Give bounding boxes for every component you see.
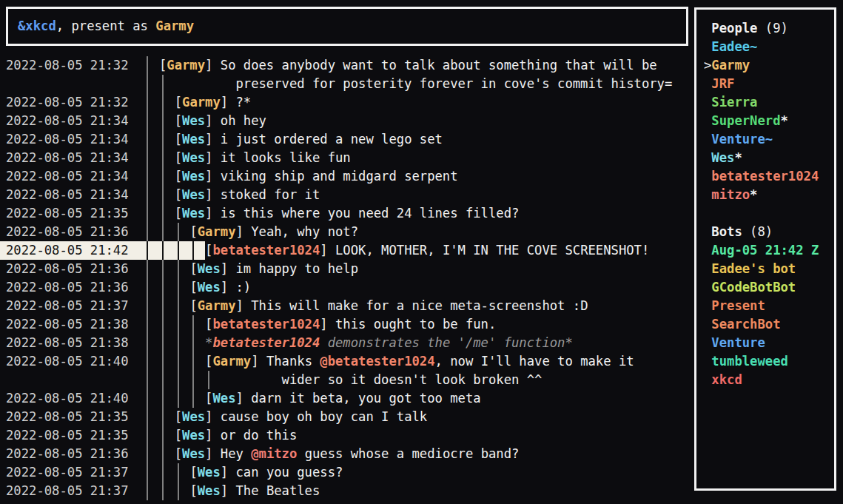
message-text: ] [221, 483, 236, 498]
thread-line [159, 297, 175, 315]
message-text: [ [189, 465, 197, 480]
chat-message-row[interactable]: 2022-08-05 21:36 [Wes] im happy to help [6, 260, 672, 278]
bots-name: Eadee's bot [711, 261, 796, 276]
bots-list-item[interactable]: xkcd [704, 371, 834, 389]
bots-list-item[interactable]: SearchBot [704, 315, 834, 334]
message-text: ] [205, 446, 221, 461]
message-text: [ [189, 261, 197, 276]
message-text: ] [221, 95, 236, 110]
chat-message-row[interactable]: 2022-08-05 21:32 [Garmy] ?* [6, 93, 672, 112]
message-text: [ [189, 298, 197, 313]
chat-message-row[interactable]: 2022-08-05 21:36 [Garmy] Yeah, why not? [6, 223, 672, 241]
people-list-item[interactable]: Eadee~ [704, 38, 834, 56]
chat-message-row[interactable]: 2022-08-05 21:37 [Wes] The Beatles [6, 482, 672, 500]
chat-message-row[interactable]: 2022-08-05 21:37 [Wes] can you guess? [6, 463, 672, 482]
thread-line [175, 297, 190, 315]
chat-message-row[interactable]: 2022-08-05 21:36 [Wes] :) [6, 278, 672, 297]
message-text: [ [205, 317, 212, 332]
bots-list-item[interactable]: tumbleweed [704, 352, 834, 371]
thread-line [175, 241, 190, 260]
people-list-item[interactable]: betatester1024 [704, 167, 834, 186]
people-list-item[interactable]: Sierra [704, 93, 834, 112]
chat-message-continuation[interactable]: preserved for posterity forever in cove'… [6, 75, 672, 93]
marker-spacer [704, 76, 711, 91]
bots-name: Venture [711, 335, 765, 350]
thread-line [144, 278, 159, 297]
message-text: cause boy oh boy can I talk [221, 409, 427, 424]
thread-line [159, 130, 175, 149]
message-text: can you guess? [235, 465, 343, 480]
bots-list-item[interactable]: Venture [704, 334, 834, 352]
chat-message-row-selected[interactable]: 2022-08-05 21:42 [betatester1024] LOOK, … [6, 241, 672, 260]
nick-text: Wes [182, 409, 205, 424]
thread-line [159, 371, 175, 389]
timestamp: 2022-08-05 21:34 [6, 113, 144, 128]
people-name: betatester1024 [711, 169, 819, 184]
people-name: Sierra [711, 95, 757, 110]
chat-message-row[interactable]: 2022-08-05 21:32 [Garmy] So does anybody… [6, 56, 672, 75]
thread-line [144, 223, 159, 241]
chat-message-row[interactable]: 2022-08-05 21:40 [Garmy] Thanks @betates… [6, 352, 672, 371]
bots-list-item[interactable]: Eadee's bot [704, 260, 834, 278]
bots-list-title: Bots (8) [704, 223, 834, 241]
nick-text: Wes [182, 169, 205, 184]
chat-message-row[interactable]: 2022-08-05 21:35 [Wes] or do this [6, 426, 672, 445]
chat-message-row[interactable]: 2022-08-05 21:34 [Wes] it looks like fun [6, 149, 672, 167]
nick-text: Garmy [182, 95, 221, 110]
message-text: ] [205, 428, 221, 443]
timestamp: 2022-08-05 21:34 [6, 187, 144, 202]
chat-message-row[interactable]: 2022-08-05 21:34 [Wes] stoked for it [6, 186, 672, 204]
message-text: demonstrates the '/me' function* [320, 335, 572, 350]
nick-text: betatester1024 [212, 335, 320, 350]
chat-message-row[interactable]: 2022-08-05 21:38 *betatester1024 demonst… [6, 334, 672, 352]
timestamp: 2022-08-05 21:37 [6, 465, 144, 480]
marker-spacer [704, 354, 711, 369]
timestamp: 2022-08-05 21:37 [6, 483, 144, 498]
chat-message-row[interactable]: 2022-08-05 21:40 [Wes] darn it beta, you… [6, 389, 672, 408]
chat-message-row[interactable]: 2022-08-05 21:34 [Wes] viking ship and m… [6, 167, 672, 186]
timestamp: 2022-08-05 21:35 [6, 428, 144, 443]
people-title-text: People [711, 21, 757, 36]
thread-line [159, 75, 175, 93]
people-list-item[interactable]: mitzo* [704, 186, 834, 204]
thread-line [175, 334, 190, 352]
bots-list-item[interactable]: Aug-05 21:42 Z [704, 241, 834, 260]
thread-line [159, 112, 175, 130]
nick-text: @betatester1024 [320, 354, 434, 369]
message-text: [ [175, 446, 182, 461]
chat-message-row[interactable]: 2022-08-05 21:34 [Wes] i just ordered a … [6, 130, 672, 149]
thread-line [175, 352, 190, 371]
thread-line [144, 167, 159, 186]
chat-message-row[interactable]: 2022-08-05 21:34 [Wes] oh hey [6, 112, 672, 130]
timestamp: 2022-08-05 21:37 [6, 298, 144, 313]
chat-message-continuation[interactable]: wider so it doesn't look broken ^^ [6, 371, 672, 389]
message-text: ] [235, 298, 251, 313]
people-list-item[interactable]: >Garmy [704, 56, 834, 75]
nick-text: Wes [182, 113, 205, 128]
timestamp: 2022-08-05 21:42 [6, 243, 144, 258]
chat-message-row[interactable]: 2022-08-05 21:37 [Garmy] This will make … [6, 297, 672, 315]
people-list-item[interactable]: SuperNerd* [704, 112, 834, 130]
marker-spacer [704, 298, 711, 313]
chat-message-row[interactable]: 2022-08-05 21:35 [Wes] cause boy oh boy … [6, 408, 672, 426]
message-text: ] [205, 187, 221, 202]
thread-line [144, 463, 159, 482]
message-text: ] [205, 58, 221, 73]
people-list-item[interactable]: Venture~ [704, 130, 834, 149]
chat-message-row[interactable]: 2022-08-05 21:35 [Wes] is this where you… [6, 204, 672, 223]
bots-list-item[interactable]: Present [704, 297, 834, 315]
nick-text: Garmy [212, 354, 251, 369]
chat-message-row[interactable]: 2022-08-05 21:36 [Wes] Hey @mitzo guess … [6, 445, 672, 463]
nick-text: Wes [182, 446, 205, 461]
thread-line [144, 482, 159, 500]
bots-list-item[interactable]: GCodeBotBot [704, 278, 834, 297]
marker-spacer [704, 261, 711, 276]
message-text: [ [175, 169, 182, 184]
people-list-item[interactable]: JRF [704, 75, 834, 93]
message-text: viking ship and midgard serpent [221, 169, 458, 184]
message-text: ?* [235, 95, 251, 110]
people-list-item[interactable]: Wes* [704, 149, 834, 167]
thread-line [175, 371, 190, 389]
people-name: SuperNerd [711, 113, 780, 128]
chat-message-row[interactable]: 2022-08-05 21:38 [betatester1024] this o… [6, 315, 672, 334]
